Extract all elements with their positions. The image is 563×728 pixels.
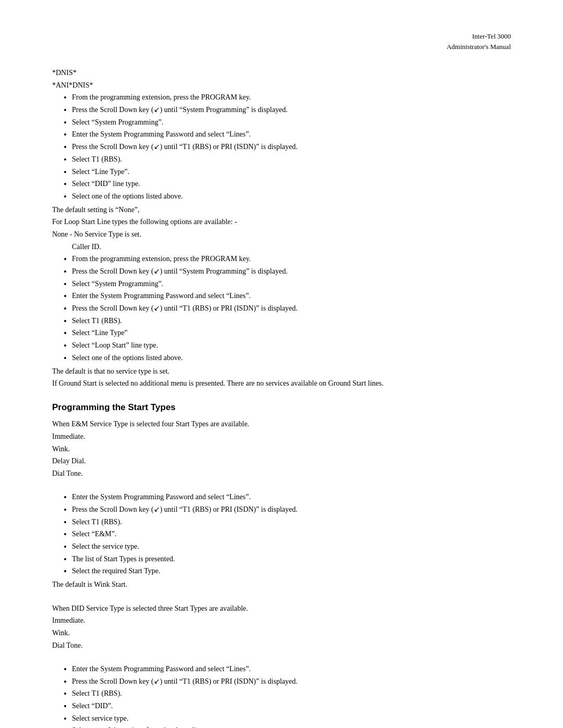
list-item: Select “System Programming”. (72, 117, 511, 128)
page-content: *DNIS* *ANI*DNIS* From the programming e… (52, 67, 511, 728)
did-service-intro: When DID Service Type is selected three … (52, 603, 511, 614)
list-item: Press the Scroll Down key (↙) until “T1 … (72, 141, 511, 153)
em-start-type-0: Immediate. (52, 431, 511, 442)
list-item: Select one of the options from the above… (72, 725, 511, 728)
list-item: Select “Loop Start” line type. (72, 340, 511, 351)
default-setting-note: The default setting is “None”, (52, 204, 511, 216)
programming-start-types-heading: Programming the Start Types (52, 401, 511, 414)
header-line2: Administrator's Manual (52, 42, 511, 52)
list-item: Select the required Start Type. (72, 565, 511, 577)
list-item: Select “Line Type” (72, 327, 511, 339)
list-item: From the programming extension, press th… (72, 92, 511, 103)
list-item: Select T1 (RBS). (72, 688, 511, 699)
list-item: Press the Scroll Down key (↙) until “T1 … (72, 676, 511, 687)
section4-bullet-list: Enter the System Programming Password an… (72, 663, 511, 728)
list-item: Enter the System Programming Password an… (72, 491, 511, 503)
list-item: Press the Scroll Down key (↙) until “T1 … (72, 504, 511, 515)
dnis-label: *DNIS* (52, 67, 511, 79)
header-line1: Inter-Tel 3000 (52, 31, 511, 42)
list-item: Select one of the options listed above. (72, 352, 511, 364)
list-item: Select T1 (RBS). (72, 516, 511, 528)
list-item: From the programming extension, press th… (72, 253, 511, 265)
em-start-type-1: Wink. (52, 443, 511, 455)
section2-default: The default is that no service type is s… (52, 366, 511, 377)
list-item: Press the Scroll Down key (↙) until “Sys… (72, 104, 511, 116)
list-item: Select “DID”. (72, 700, 511, 712)
list-item: Enter the System Programming Password an… (72, 290, 511, 302)
list-item: Select “DID” line type. (72, 178, 511, 190)
em-start-type-2: Delay Dial. (52, 455, 511, 467)
loop-start-note: For Loop Start Line types the following … (52, 216, 511, 228)
list-item: Select T1 (RBS). (72, 154, 511, 165)
section3-default: The default is Wink Start. (52, 579, 511, 590)
list-item: Select “System Programming”. (72, 278, 511, 290)
list-item: Enter the System Programming Password an… (72, 129, 511, 140)
list-item: Select service type. (72, 713, 511, 724)
caller-id-label: Caller ID. (72, 241, 511, 253)
list-item: Select “E&M”. (72, 528, 511, 540)
ani-dnis-label: *ANI*DNIS* (52, 80, 511, 91)
list-item: The list of Start Types is presented. (72, 553, 511, 565)
page-header: Inter-Tel 3000 Administrator's Manual (52, 31, 511, 52)
list-item: Select the service type. (72, 541, 511, 552)
list-item: Press the Scroll Down key (↙) until “T1 … (72, 303, 511, 314)
em-start-type-3: Dial Tone. (52, 468, 511, 479)
ground-start-note: If Ground Start is selected no additiona… (52, 378, 511, 389)
list-item: Enter the System Programming Password an… (72, 663, 511, 675)
section3-bullet-list: Enter the System Programming Password an… (72, 491, 511, 577)
list-item: Select T1 (RBS). (72, 315, 511, 327)
did-start-type-1: Wink. (52, 627, 511, 639)
list-item: Select one of the options listed above. (72, 191, 511, 202)
list-item: Select “Line Type”. (72, 166, 511, 178)
em-service-intro: When E&M Service Type is selected four S… (52, 418, 511, 430)
section1-bullet-list: From the programming extension, press th… (72, 92, 511, 202)
did-start-type-0: Immediate. (52, 615, 511, 626)
none-service-note: None - No Service Type is set. (52, 229, 511, 240)
did-start-type-2: Dial Tone. (52, 640, 511, 651)
section2-bullet-list: From the programming extension, press th… (72, 253, 511, 363)
list-item: Press the Scroll Down key (↙) until “Sys… (72, 266, 511, 277)
